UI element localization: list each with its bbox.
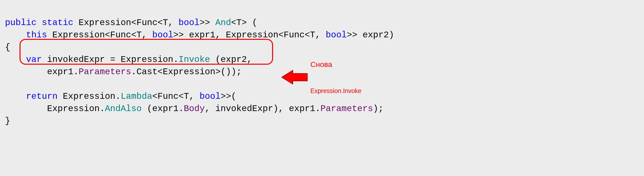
open-brace: { <box>5 42 10 52</box>
arrow-left-icon <box>282 68 308 86</box>
prop-body: Body <box>184 104 205 114</box>
keyword-public: public <box>5 18 37 28</box>
method-invoke: Invoke <box>178 55 210 65</box>
type-expression: Expression <box>79 18 131 28</box>
type-t: T <box>163 18 168 28</box>
close-brace: } <box>5 116 10 126</box>
keyword-var: var <box>26 55 42 65</box>
line-1: public static Expression<Func<T, bool>> … <box>5 18 257 28</box>
keyword-this: this <box>26 30 47 40</box>
var-invokedexpr: invokedExpr = <box>47 55 121 65</box>
line-3: { <box>5 42 10 52</box>
keyword-return: return <box>26 92 58 102</box>
type-func: Func <box>136 18 157 28</box>
line-7: return Expression.Lambda<Func<T, bool>>( <box>5 92 236 102</box>
method-andalso: AndAlso <box>105 104 142 114</box>
annotation-line-2: Expression.Invoke <box>310 87 361 95</box>
prop-parameters: Parameters <box>79 67 131 77</box>
annotation-line-1: Снова <box>310 60 361 69</box>
code-block: public static Expression<Func<T, bool>> … <box>0 0 644 169</box>
method-and: And <box>215 18 231 28</box>
annotation-text: Снова Expression.Invoke <box>310 42 361 113</box>
param-expr1: expr1, <box>189 30 226 40</box>
method-cast: Cast< <box>136 67 163 77</box>
line-9: } <box>5 116 10 126</box>
keyword-static: static <box>42 18 73 28</box>
annotation: Снова Expression.Invoke <box>282 42 361 113</box>
method-lambda: Lambda <box>121 92 152 102</box>
line-5: expr1.Parameters.Cast<Expression>()); <box>5 67 242 77</box>
param-expr2: expr2) <box>362 30 394 40</box>
keyword-bool: bool <box>178 18 199 28</box>
svg-marker-0 <box>282 70 307 84</box>
line-4: var invokedExpr = Expression.Invoke (exp… <box>5 55 252 65</box>
line-2: this Expression<Func<T, bool>> expr1, Ex… <box>5 30 394 40</box>
